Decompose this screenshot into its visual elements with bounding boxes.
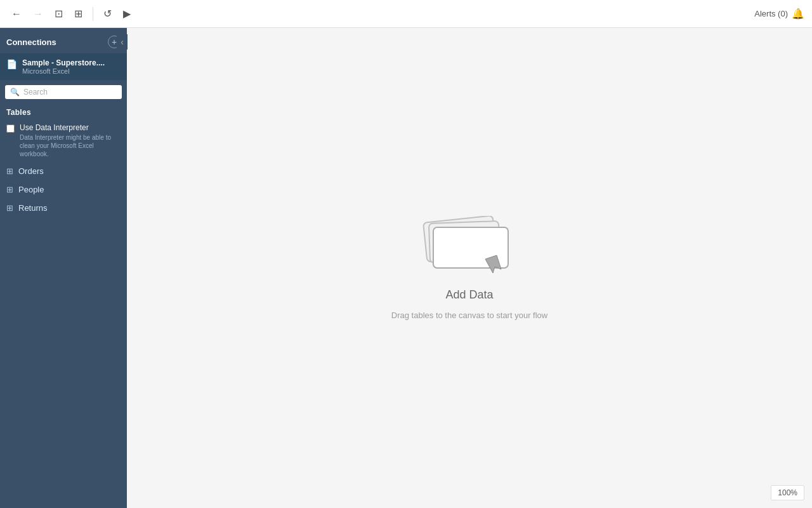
toolbar-divider (93, 7, 93, 21)
add-data-subtitle: Drag tables to the canvas to start your … (391, 311, 547, 320)
refresh-button[interactable]: ↺ (100, 5, 115, 22)
connection-name: Sample - Superstore.... (22, 58, 105, 67)
search-icon: 🔍 (10, 88, 20, 97)
connection-item[interactable]: 📄 Sample - Superstore.... Microsoft Exce… (0, 53, 127, 80)
table-icon-orders: ⊞ (6, 166, 13, 176)
search-container: 🔍 (0, 80, 127, 104)
connection-type: Microsoft Excel (22, 67, 105, 75)
back-button[interactable]: ← (8, 6, 25, 22)
table-icon-returns: ⊞ (6, 203, 13, 213)
connections-header: Connections + (0, 28, 127, 53)
toolbar-right: Alerts (0) 🔔 (754, 8, 804, 20)
toolbar-left: ← → ⊡ ⊞ ↺ ▶ (8, 5, 749, 22)
table-item-returns[interactable]: ⊞ Returns (0, 199, 127, 217)
table-label-returns: Returns (18, 203, 48, 213)
table-label-orders: Orders (18, 166, 44, 176)
alerts-label: Alerts (0) (754, 9, 788, 18)
data-interpreter: Use Data Interpreter Data Interpreter mi… (0, 119, 127, 162)
table-item-people[interactable]: ⊞ People (0, 180, 127, 199)
file-icon: 📄 (6, 59, 17, 69)
sidebar: ‹ Connections + 📄 Sample - Superstore...… (0, 28, 127, 508)
add-data-visual: Add Data Drag tables to the canvas to st… (391, 216, 547, 320)
capture-button[interactable]: ⊞ (70, 5, 86, 22)
data-interpreter-label: Use Data Interpreter (20, 123, 121, 132)
data-interpreter-text: Use Data Interpreter Data Interpreter mi… (20, 123, 121, 158)
table-item-orders[interactable]: ⊞ Orders (0, 162, 127, 180)
table-icon-people: ⊞ (6, 185, 13, 194)
canvas: Add Data Drag tables to the canvas to st… (127, 28, 812, 508)
connections-title: Connections (6, 37, 56, 47)
zoom-badge: 100% (771, 485, 804, 500)
data-interpreter-checkbox[interactable] (6, 124, 15, 133)
connection-item-text: Sample - Superstore.... Microsoft Excel (22, 58, 105, 75)
table-label-people: People (18, 185, 44, 194)
alerts-icon: 🔔 (792, 8, 804, 20)
add-data-illustration (422, 216, 517, 279)
fit-button[interactable]: ⊡ (51, 5, 67, 22)
forward-button[interactable]: → (29, 6, 47, 22)
play-button[interactable]: ▶ (119, 5, 134, 22)
tables-header: Tables (0, 104, 127, 119)
sidebar-collapse-button[interactable]: ‹ (117, 34, 128, 50)
add-data-title: Add Data (445, 288, 493, 302)
toolbar: ← → ⊡ ⊞ ↺ ▶ Alerts (0) 🔔 (0, 0, 812, 28)
main-layout: ‹ Connections + 📄 Sample - Superstore...… (0, 28, 812, 508)
data-interpreter-desc: Data Interpreter might be able to clean … (20, 133, 121, 158)
search-input[interactable] (23, 88, 117, 97)
search-input-wrapper: 🔍 (5, 85, 122, 99)
